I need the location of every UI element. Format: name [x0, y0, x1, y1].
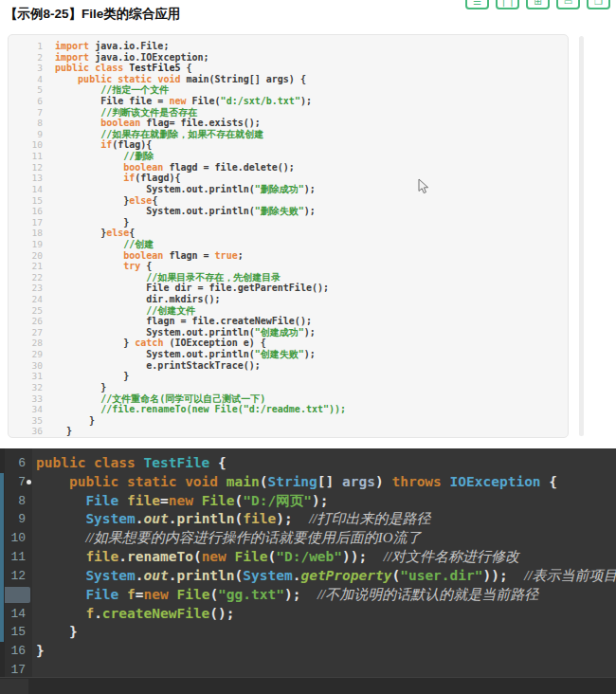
line-number[interactable]: 34: [9, 404, 55, 415]
line-number[interactable]: 3: [9, 63, 55, 74]
code-text: flagn = file.createNewFile();: [55, 316, 312, 327]
code-line: 15 }else{: [9, 195, 568, 207]
code-text: boolean flag= file.exists();: [55, 118, 261, 129]
line-number[interactable]: 15: [9, 195, 55, 207]
line-number[interactable]: 13: [0, 586, 32, 605]
line-number[interactable]: 23: [9, 283, 55, 294]
line-number[interactable]: 13: [9, 173, 55, 184]
code-line: 16}: [0, 642, 616, 661]
code-text: System.out.println("删除成功");: [55, 184, 316, 195]
line-number[interactable]: 26: [9, 316, 55, 327]
line-number[interactable]: 7: [0, 473, 32, 492]
list-icon[interactable]: ☰: [465, 0, 489, 9]
code-line: 32 }: [9, 382, 568, 393]
light-code-block[interactable]: 1import java.io.File;2import java.io.IOE…: [8, 34, 569, 438]
code-line: 13 if(flagd){: [9, 173, 568, 184]
line-number[interactable]: 30: [9, 360, 55, 372]
line-number[interactable]: 32: [9, 382, 55, 393]
method-range-bar: [0, 473, 4, 642]
line-number[interactable]: 25: [9, 305, 55, 317]
line-number[interactable]: 12: [9, 162, 55, 174]
code-line: 23 File dir = file.getParentFile();: [9, 283, 568, 294]
code-text: //删除: [55, 151, 154, 162]
code-line: 11 file.renameTo(new File("D:/web")); //…: [0, 548, 616, 567]
line-number[interactable]: 20: [9, 250, 55, 262]
code-text: System.out.println("创建成功");: [55, 327, 316, 338]
line-number[interactable]: 9: [0, 510, 32, 529]
line-number[interactable]: 12: [0, 567, 32, 586]
line-number[interactable]: 10: [9, 139, 55, 151]
bar-icon[interactable]: ▭: [556, 0, 580, 9]
code-text: File dir = file.getParentFile();: [55, 283, 329, 294]
code-line: 17: [0, 661, 616, 677]
code-line: 22 //如果目录不存在，先创建目录: [9, 272, 568, 283]
line-number[interactable]: 18: [9, 228, 55, 239]
code-text: System.out.println(System.getProperty("u…: [32, 567, 616, 586]
code-line: 36 }: [9, 426, 568, 437]
code-line: 35 }: [9, 415, 568, 427]
code-line: 8 boolean flag= file.exists();: [9, 118, 568, 129]
line-number[interactable]: 11: [0, 548, 32, 567]
line-number[interactable]: 27: [9, 327, 55, 338]
editor-horizontal-scrollbar[interactable]: [0, 677, 616, 694]
line-number[interactable]: 17: [0, 661, 32, 677]
line-number[interactable]: 16: [9, 206, 55, 217]
line-number[interactable]: 10: [0, 529, 32, 548]
line-number[interactable]: 2: [9, 52, 55, 64]
copy-icon[interactable]: ❐: [587, 0, 610, 9]
line-number[interactable]: 8: [0, 492, 32, 511]
line-number[interactable]: 14: [0, 605, 32, 624]
code-text: //指定一个文件: [55, 84, 169, 96]
line-number[interactable]: 36: [9, 426, 55, 437]
line-number[interactable]: 6: [9, 96, 55, 107]
code-line: 16 System.out.println("删除失败");: [9, 206, 568, 217]
columns-icon[interactable]: ❘❘: [496, 0, 519, 9]
line-number[interactable]: 22: [9, 272, 55, 283]
code-line: 27 System.out.println("创建成功");: [9, 327, 568, 338]
line-number[interactable]: 1: [9, 41, 55, 52]
breakpoint-dot-icon: [27, 480, 31, 484]
dark-ide-editor[interactable]: 56public class TestFile {7 public static…: [0, 448, 616, 677]
line-number[interactable]: 33: [9, 393, 55, 405]
code-text: }: [55, 382, 106, 393]
code-line: 21 try {: [9, 261, 568, 272]
line-number[interactable]: 17: [9, 217, 55, 228]
page: 【示例8-25】File类的综合应用 ☰❘❘⊞▭❐ 1import java.i…: [0, 0, 616, 694]
code-text: System.out.println(file); //打印出来的是路径: [32, 510, 430, 529]
line-number[interactable]: 31: [9, 371, 55, 382]
code-text: file.renameTo(new File("D:/web")); //对文件…: [32, 548, 519, 567]
code-text: }else{: [55, 195, 157, 207]
table-icon[interactable]: ⊞: [526, 0, 550, 9]
code-line: 3public class TestFile5 {: [9, 63, 568, 74]
code-text: f.createNewFile();: [32, 605, 235, 624]
line-number[interactable]: 8: [9, 118, 55, 129]
mouse-cursor-icon: [417, 178, 430, 195]
code-line: 10 //如果想要的内容进行操作的话就要使用后面的IO流了: [0, 529, 616, 548]
line-number[interactable]: 29: [9, 349, 55, 360]
line-number[interactable]: 5: [9, 84, 55, 96]
line-number[interactable]: 6: [0, 454, 32, 473]
line-number[interactable]: 9: [9, 129, 55, 140]
line-number[interactable]: 21: [9, 261, 55, 272]
code-text: }: [55, 415, 95, 427]
code-text: public static void main(String[] args) t…: [32, 473, 557, 492]
dark-code-rows: 56public class TestFile {7 public static…: [0, 448, 616, 677]
line-number[interactable]: 16: [0, 642, 32, 661]
code-text: //如果想要的内容进行操作的话就要使用后面的IO流了: [32, 529, 422, 548]
line-number[interactable]: 14: [9, 184, 55, 195]
line-number[interactable]: 15: [0, 623, 32, 642]
line-number[interactable]: 19: [9, 239, 55, 250]
page-scrollbar[interactable]: [579, 36, 584, 436]
code-line: 29 System.out.println("创建失败");: [9, 349, 568, 360]
line-number[interactable]: 24: [9, 294, 55, 305]
line-number[interactable]: 11: [9, 151, 55, 162]
code-text: }: [32, 642, 45, 661]
line-number[interactable]: 35: [9, 415, 55, 427]
code-line: 12 System.out.println(System.getProperty…: [0, 567, 616, 586]
code-line: 8 File file=new File("D:/网页");: [0, 492, 616, 511]
code-line: 25 //创建文件: [9, 305, 568, 317]
line-number[interactable]: 28: [9, 338, 55, 349]
line-number[interactable]: 4: [9, 74, 55, 85]
code-line: 34 //file.renameTo(new File("d:/readme.t…: [9, 404, 568, 415]
line-number[interactable]: 7: [9, 107, 55, 119]
